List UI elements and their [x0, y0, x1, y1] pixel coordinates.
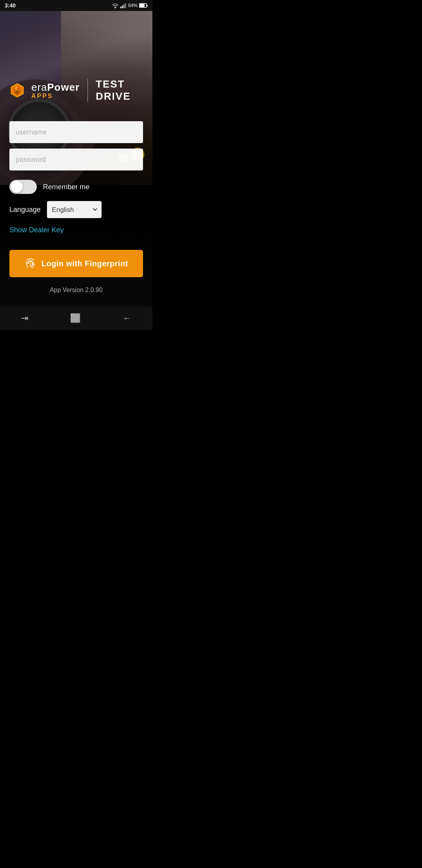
status-icons: 64%	[112, 3, 148, 8]
logo-section: era Power APPS TEST DRIVE	[9, 78, 152, 102]
wifi-icon	[112, 3, 119, 8]
nav-back-icon[interactable]: ←	[123, 313, 131, 323]
app-version: App Version 2.0.90	[9, 287, 143, 294]
battery-percentage: 64%	[128, 3, 138, 8]
nav-home-icon[interactable]: ⬜	[70, 313, 80, 323]
svg-rect-4	[125, 3, 126, 8]
password-input[interactable]	[9, 149, 143, 170]
remember-me-label: Remember me	[43, 183, 89, 191]
test-drive-label: TEST DRIVE	[96, 78, 152, 102]
svg-rect-1	[120, 7, 122, 8]
apps-text: APPS	[31, 93, 80, 100]
signal-icon	[120, 3, 127, 8]
status-bar: 3:40 64%	[0, 0, 152, 11]
logo-divider	[88, 79, 88, 102]
language-select[interactable]: English French Spanish German	[47, 201, 102, 218]
show-dealer-key-link[interactable]: Show Dealer Key	[9, 226, 64, 234]
bottom-navigation: ⇥ ⬜ ←	[0, 307, 152, 330]
power-text: Power	[47, 81, 80, 93]
era-text: era	[31, 81, 47, 93]
language-label: Language	[9, 206, 41, 214]
logo-text: era Power APPS	[31, 81, 80, 100]
svg-rect-2	[122, 5, 123, 8]
login-button-label: Login with Fingerprint	[41, 259, 128, 268]
svg-rect-3	[123, 4, 125, 8]
language-row: Language English French Spanish German	[9, 201, 143, 218]
toggle-thumb	[11, 181, 23, 193]
nav-menu-icon[interactable]: ⇥	[21, 313, 28, 323]
fingerprint-icon	[24, 257, 37, 270]
status-time: 3:40	[5, 2, 16, 9]
svg-point-0	[114, 7, 116, 8]
username-input[interactable]	[9, 121, 143, 143]
svg-rect-7	[147, 5, 148, 6]
battery-icon	[139, 3, 148, 8]
remember-me-toggle[interactable]	[9, 180, 37, 194]
era-power-logo-icon	[9, 81, 25, 100]
form-container: Remember me Language English French Span…	[0, 121, 152, 307]
remember-me-row: Remember me	[9, 180, 143, 194]
login-fingerprint-button[interactable]: Login with Fingerprint	[9, 250, 143, 277]
svg-rect-6	[139, 4, 145, 7]
